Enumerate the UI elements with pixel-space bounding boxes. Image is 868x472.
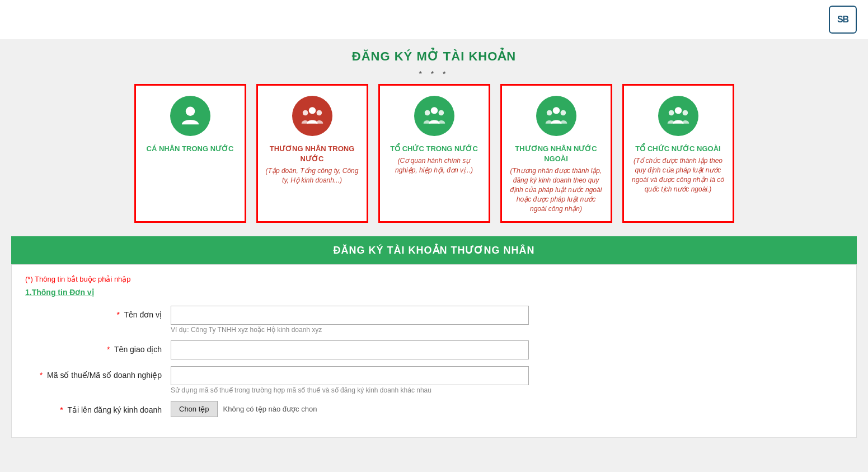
card-label-1: CÁ NHÂN TRONG NƯỚC: [147, 144, 234, 154]
svg-point-8: [546, 110, 552, 116]
card-icon-circle-3: [414, 96, 454, 136]
required-note: (*) Thông tin bắt buộc phải nhập: [25, 275, 843, 283]
svg-point-9: [560, 110, 566, 116]
card-icon-circle-5: [658, 96, 698, 136]
card-sublabel-2: (Tập đoàn, Tổng công ty, Công ty, Hộ kin…: [265, 166, 360, 185]
ma-so-thue-hint: Sử dụng mã số thuế trong trường hợp mã s…: [171, 386, 529, 394]
svg-point-1: [308, 107, 315, 114]
label-ten-don-vi: * Tên đơn vị: [25, 306, 171, 319]
field-wrap-ma-so-thue: Sử dụng mã số thuế trong trường hợp mã s…: [171, 366, 529, 394]
label-tai-len: * Tải lên đăng ký kinh doanh: [25, 401, 171, 414]
row-tai-len: * Tải lên đăng ký kinh doanh Chon tệp Kh…: [25, 401, 843, 417]
account-card-thuong-nhan-trong-nuoc[interactable]: THƯƠNG NHÂN TRONG NƯỚC (Tập đoàn, Tổng c…: [256, 84, 368, 223]
label-ma-so-thue: * Mã số thuế/Mã số doanh nghiệp: [25, 366, 171, 380]
svg-point-6: [438, 110, 444, 116]
stars-decoration: * * *: [0, 69, 868, 78]
required-star-4: *: [60, 405, 63, 414]
svg-point-11: [668, 110, 674, 116]
account-card-thuong-nhan-nuoc-ngoai[interactable]: THƯƠNG NHÂN NƯỚC NGOÀI (Thương nhân được…: [500, 84, 612, 223]
card-icon-circle-4: [536, 96, 576, 136]
required-star-3: *: [40, 371, 43, 380]
logo-text: SB: [837, 15, 848, 25]
card-icon-circle-2: [292, 96, 332, 136]
file-row: Chon tệp Không có tệp nào được chon: [171, 401, 529, 417]
page-title: ĐĂNG KÝ MỞ TÀI KHOẢN: [0, 39, 868, 69]
choose-file-button[interactable]: Chon tệp: [171, 401, 218, 417]
ten-giao-dich-input[interactable]: [171, 340, 529, 359]
label-ten-giao-dich: * Tên giao dịch: [25, 340, 171, 354]
section-header: ĐĂNG KÝ TÀI KHOẢN THƯƠNG NHÂN: [11, 236, 857, 264]
svg-point-12: [682, 110, 688, 116]
top-bar: SB: [0, 0, 868, 39]
svg-point-5: [424, 110, 430, 116]
account-card-to-chuc-nuoc-ngoai[interactable]: TỔ CHỨC NƯỚC NGOÀI (Tổ chức được thành l…: [622, 84, 734, 223]
svg-point-4: [430, 107, 437, 114]
card-label-2: THƯƠNG NHÂN TRONG NƯỚC: [265, 144, 360, 164]
section1-label: 1.Thông tin Đơn vị: [25, 288, 843, 297]
ma-so-thue-input[interactable]: [171, 366, 529, 385]
svg-point-3: [316, 110, 322, 116]
required-star-1: *: [116, 310, 119, 319]
account-card-to-chuc-trong-nuoc[interactable]: TỔ CHỨC TRONG NƯỚC (Cơ quan hành chính s…: [378, 84, 490, 223]
field-wrap-tai-len: Chon tệp Không có tệp nào được chon: [171, 401, 529, 417]
row-ten-giao-dich: * Tên giao dịch: [25, 340, 843, 359]
row-ma-so-thue: * Mã số thuế/Mã số doanh nghiệp Sử dụng …: [25, 366, 843, 394]
account-card-ca-nhan-trong-nuoc[interactable]: CÁ NHÂN TRONG NƯỚC: [134, 84, 246, 223]
svg-point-2: [302, 110, 308, 116]
group-icon-5: [666, 104, 691, 128]
card-label-5: TỔ CHỨC NƯỚC NGOÀI: [635, 144, 720, 154]
group-icon-2: [300, 104, 325, 128]
ten-don-vi-hint: Ví dụ: Công Ty TNHH xyz hoặc Hộ kinh doa…: [171, 326, 529, 334]
group-icon-4: [544, 104, 569, 128]
ten-don-vi-input[interactable]: [171, 306, 529, 325]
card-icon-circle-1: [170, 96, 210, 136]
account-types-container: CÁ NHÂN TRONG NƯỚC THƯƠNG NHÂN TRONG NƯỚ…: [0, 84, 868, 236]
person-icon: [178, 104, 203, 128]
card-sublabel-4: (Thương nhân được thành lập, đăng ký kin…: [509, 166, 604, 213]
logo: SB: [829, 6, 857, 34]
svg-point-7: [552, 107, 559, 114]
card-sublabel-5: (Tổ chức được thành lập theo quy định củ…: [631, 156, 726, 194]
svg-point-0: [185, 107, 195, 116]
card-label-4: THƯƠNG NHÂN NƯỚC NGOÀI: [509, 144, 604, 164]
form-container: (*) Thông tin bắt buộc phải nhập 1.Thông…: [11, 264, 857, 438]
card-label-3: TỔ CHỨC TRONG NƯỚC: [390, 144, 478, 154]
required-star-2: *: [107, 345, 110, 354]
svg-point-10: [674, 107, 681, 114]
row-ten-don-vi: * Tên đơn vị Ví dụ: Công Ty TNHH xyz hoặ…: [25, 306, 843, 334]
field-wrap-ten-giao-dich: [171, 340, 529, 359]
field-wrap-ten-don-vi: Ví dụ: Công Ty TNHH xyz hoặc Hộ kinh doa…: [171, 306, 529, 334]
group-icon-3: [422, 104, 447, 128]
card-sublabel-3: (Cơ quan hành chính sự nghiệp, hiệp hội,…: [387, 156, 482, 175]
no-file-text: Không có tệp nào được chon: [223, 405, 317, 413]
